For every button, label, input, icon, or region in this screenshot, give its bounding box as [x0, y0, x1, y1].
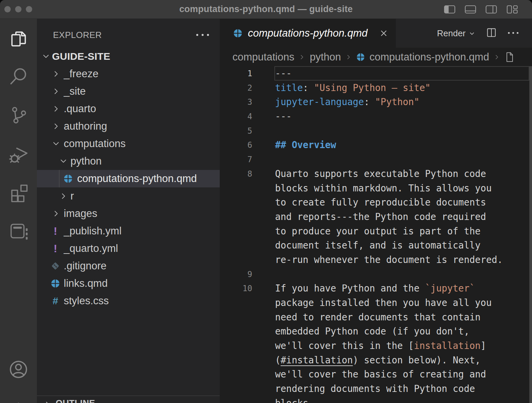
line-number: 1 [220, 66, 252, 81]
code-line-10: 10If you have Python and the `jupyter` [220, 281, 532, 296]
line-number [220, 296, 252, 310]
render-button[interactable]: Render [437, 28, 476, 39]
line-number [220, 210, 252, 224]
document-symbol-icon [504, 51, 515, 63]
activity-item-extensions[interactable] [0, 178, 37, 207]
activity-item-explorer[interactable] [0, 25, 37, 53]
tree-item--quarto-yml[interactable]: !_quarto.yml [37, 240, 220, 257]
editor-scrollbar[interactable] [529, 66, 532, 403]
line-number [220, 367, 252, 382]
toggle-sidebar-icon[interactable] [443, 4, 456, 15]
tree-item-r[interactable]: r [37, 187, 220, 205]
activity-item-source-control[interactable] [0, 101, 37, 129]
tree-item--gitignore[interactable]: .gitignore [37, 257, 220, 275]
code-text: we'll cover this in the [installation] [252, 339, 486, 353]
code-text: --- [252, 109, 292, 124]
line-number: 9 [220, 267, 252, 281]
tree-item-images[interactable]: images [37, 205, 220, 222]
code-line-10-wrap-5: (#installation) section below). Next, [220, 353, 532, 367]
line-number [220, 224, 252, 238]
breadcrumb-item[interactable]: computations [232, 51, 294, 63]
chevron-right-icon [299, 54, 305, 60]
tab-computations-python[interactable]: computations-python.qmd [220, 19, 396, 48]
tree-item--quarto[interactable]: .quarto [37, 100, 220, 118]
git-file-icon [50, 261, 60, 271]
line-number [220, 339, 252, 353]
customize-layout-icon[interactable] [506, 4, 519, 15]
code-text: need to render documents that contain [252, 310, 481, 324]
chevron-right-icon [52, 70, 60, 78]
line-number [220, 195, 252, 210]
line-number [220, 181, 252, 195]
chevron-right-icon [59, 192, 68, 200]
quarto-file-icon [63, 174, 73, 184]
code-line-10-wrap-8: blocks. [220, 396, 532, 403]
tree-item-python[interactable]: python [37, 152, 220, 170]
chevron-right-icon [52, 122, 60, 131]
tree-item-authoring[interactable]: authoring [37, 118, 220, 135]
code-line-8-wrap-1: blocks within markdown. This allows you [220, 181, 532, 195]
tree-item-label: .gitignore [64, 257, 107, 275]
tree-item-computations-python-qmd[interactable]: computations-python.qmd [37, 170, 220, 187]
code-text [252, 124, 275, 138]
tree-item--publish-yml[interactable]: !_publish.yml [37, 222, 220, 240]
split-editor-icon[interactable] [486, 27, 497, 40]
code-editor[interactable]: 1---2title: "Using Python — site"3jupyte… [220, 66, 532, 403]
chevron-right-icon [493, 54, 500, 60]
code-line-1: 1--- [220, 66, 532, 81]
activity-item-run-debug[interactable] [0, 140, 37, 168]
toggle-panel-icon[interactable] [464, 4, 477, 15]
tree-item-styles-css[interactable]: #styles.css [37, 292, 220, 310]
explorer-more-actions-icon[interactable] [195, 29, 212, 41]
code-line-5: 5 [220, 124, 532, 138]
outline-section-header[interactable]: OUTLINE [37, 396, 220, 403]
close-tab-icon[interactable] [379, 28, 389, 38]
code-line-2: 2title: "Using Python — site" [220, 81, 532, 95]
tree-item-label: styles.css [64, 292, 109, 310]
code-text: If you have Python and the `jupyter` [252, 281, 475, 296]
tree-item--site[interactable]: _site [37, 83, 220, 100]
explorer-sidebar: EXPLORER GUIDE-SITE_freeze_site.quartoau… [37, 19, 220, 403]
tree-item-guide-site[interactable]: GUIDE-SITE [37, 48, 220, 65]
line-number: 4 [220, 109, 252, 124]
code-line-10-wrap-6: we'll cover the basics of creating and [220, 367, 532, 382]
line-number [220, 382, 252, 396]
tree-item-computations[interactable]: computations [37, 135, 220, 152]
tree-item-label: links.qmd [64, 275, 108, 292]
activity-item-search[interactable] [0, 62, 37, 91]
code-line-7: 7 [220, 152, 532, 167]
code-text: rendering documents with Python code [252, 382, 475, 396]
code-text: title: "Using Python — site" [252, 81, 431, 95]
tree-item-label: python [70, 152, 102, 170]
breadcrumb-item[interactable]: computations-python.qmd [369, 51, 489, 63]
outline-section-label: OUTLINE [56, 398, 95, 403]
line-number [220, 353, 252, 367]
code-line-10-wrap-4: we'll cover this in the [installation] [220, 339, 532, 353]
tree-item-links-qmd[interactable]: links.qmd [37, 275, 220, 292]
chevron-right-icon [43, 400, 52, 403]
toggle-secondary-sidebar-icon[interactable] [485, 4, 498, 15]
explorer-header-title: EXPLORER [53, 29, 102, 41]
layout-controls [443, 0, 519, 18]
line-number [220, 324, 252, 339]
code-text: jupyter-language: "Python" [252, 95, 419, 109]
line-number: 5 [220, 124, 252, 138]
code-text: re-run whenever the document is rendered… [252, 253, 503, 267]
line-number [220, 253, 252, 267]
code-text: and reports---the Python code required [252, 210, 486, 224]
editor-more-actions-icon[interactable] [507, 30, 519, 36]
tree-item-label: _freeze [64, 65, 98, 83]
code-line-10-wrap-7: rendering documents with Python code [220, 382, 532, 396]
tree-item--freeze[interactable]: _freeze [37, 65, 220, 83]
activity-item-account[interactable] [0, 355, 37, 384]
code-text: we'll cover the basics of creating and [252, 367, 486, 382]
activity-item-quarto-notebook[interactable] [0, 217, 37, 245]
breadcrumb-item[interactable]: python [310, 51, 341, 63]
css-file-icon: # [50, 296, 60, 306]
quarto-file-icon [50, 278, 60, 288]
activity-item-settings-gear[interactable] [0, 397, 37, 403]
code-line-4: 4--- [220, 109, 532, 124]
quarto-file-icon [356, 53, 365, 61]
current-line-highlight [274, 66, 529, 81]
chevron-right-icon [52, 87, 60, 96]
